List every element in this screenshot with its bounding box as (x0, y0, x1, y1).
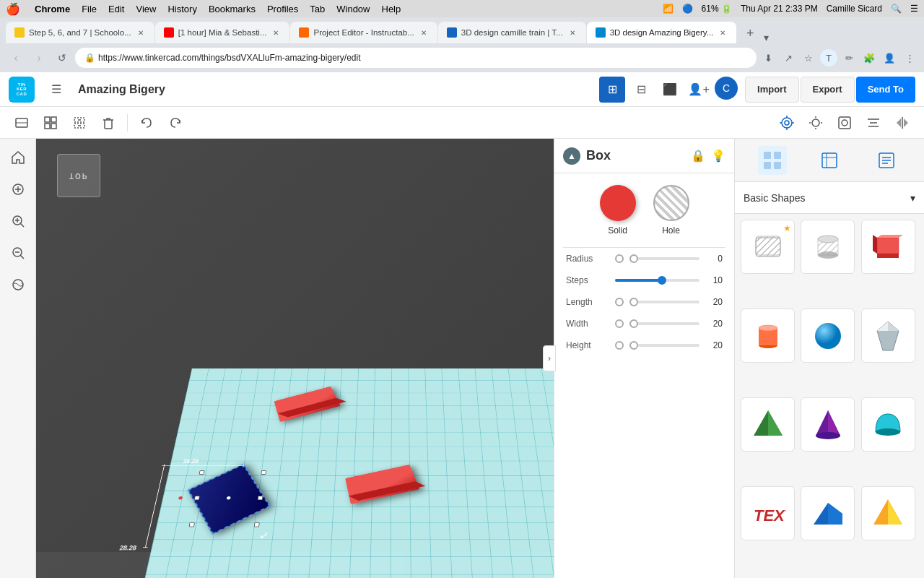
mirror-button[interactable] (889, 110, 915, 136)
send-to-button[interactable]: Send To (856, 77, 915, 103)
menu-control-icon[interactable]: ☰ (910, 4, 918, 14)
tinkercad-ext-icon[interactable]: T (820, 49, 837, 66)
width-slider-thumb[interactable] (629, 319, 638, 328)
height-slider-thumb[interactable] (629, 341, 638, 350)
tab-bigery[interactable]: 3D design Amazing Bigery... ✕ (587, 22, 737, 43)
address-url[interactable]: https://www.tinkercad.com/things/bsdVXAL… (98, 53, 361, 63)
handle-mr[interactable] (258, 496, 263, 500)
shape-item-orange-cylinder[interactable] (741, 309, 795, 363)
light-button[interactable] (803, 110, 829, 136)
nav-forward-button[interactable]: › (29, 48, 49, 68)
bookmark-icon[interactable]: ☆ (800, 49, 817, 66)
lock-icon[interactable]: 🔒 (691, 149, 705, 163)
solid-option[interactable]: Solid (600, 185, 636, 236)
shape-item-cylinder[interactable] (801, 220, 855, 274)
menu-search-icon[interactable]: 🔍 (891, 4, 902, 14)
apple-menu[interactable]: 🍎 (6, 2, 20, 16)
puzzle-icon[interactable]: 🧩 (860, 49, 878, 66)
tab-close-project[interactable]: ✕ (419, 27, 429, 38)
menu-chrome[interactable]: Chrome (35, 4, 70, 14)
notes-panel-icon[interactable] (872, 146, 901, 175)
shape-button[interactable] (832, 110, 858, 136)
handle-tl[interactable] (199, 470, 205, 475)
share-icon[interactable]: ↗ (780, 49, 797, 66)
list-view-button[interactable]: ⊟ (628, 77, 654, 103)
height-toggle[interactable] (615, 341, 624, 350)
align-button[interactable] (860, 110, 886, 136)
menu-tab[interactable]: Tab (310, 4, 325, 14)
shape-item-crystal[interactable] (861, 309, 915, 363)
profile-icon[interactable]: 👤 (881, 49, 898, 66)
length-slider-thumb[interactable] (629, 298, 638, 306)
selected-box[interactable]: ↩ (193, 473, 263, 525)
tab-close-bigery[interactable]: ✕ (718, 27, 728, 38)
length-toggle[interactable] (615, 298, 624, 306)
group-button[interactable] (38, 110, 64, 136)
nav-reload-button[interactable]: ↺ (52, 48, 72, 68)
zoom-out-button[interactable] (5, 240, 31, 266)
menu-view[interactable]: View (136, 4, 156, 14)
rulers-panel-icon[interactable] (815, 146, 844, 175)
shape-item-red-box[interactable] (861, 220, 915, 274)
tab-close-mia[interactable]: ✕ (271, 27, 281, 38)
handle-br[interactable] (254, 522, 260, 527)
width-toggle[interactable] (615, 319, 624, 328)
shape-item-cone-purple[interactable] (801, 397, 855, 452)
red-box-1[interactable] (275, 393, 338, 415)
shape-item-pyramid-yellow[interactable] (861, 486, 915, 540)
edit-icon[interactable]: ✏ (840, 49, 858, 66)
new-workplane-button[interactable] (9, 110, 35, 136)
shape-item-rounded-box[interactable]: ★ (741, 220, 795, 274)
radius-slider-thumb[interactable] (629, 254, 638, 263)
tab-dropdown-icon[interactable]: ▾ (764, 32, 769, 43)
new-tab-button[interactable]: + (740, 23, 760, 43)
user-avatar[interactable]: C (715, 77, 738, 100)
menu-bookmarks[interactable]: Bookmarks (209, 4, 256, 14)
tab-close-step567[interactable]: ✕ (136, 27, 146, 38)
ungroup-button[interactable] (66, 110, 92, 136)
shape-item-dome[interactable] (861, 397, 915, 452)
menu-help[interactable]: Help (382, 4, 401, 14)
handle-bl[interactable] (189, 522, 195, 527)
handle-ml[interactable] (194, 496, 200, 500)
export-button[interactable]: Export (801, 77, 855, 103)
orbit-button[interactable] (5, 272, 31, 298)
home-button[interactable] (5, 144, 31, 171)
shapes-panel-icon[interactable] (758, 146, 787, 175)
canvas-area[interactable]: TOP (36, 139, 734, 578)
fit-all-button[interactable] (5, 176, 31, 202)
panel-collapse-button[interactable]: › (543, 345, 556, 371)
menu-edit[interactable]: Edit (108, 4, 124, 14)
length-slider[interactable] (629, 301, 699, 303)
download-icon[interactable]: ⬇ (759, 49, 777, 66)
tab-3dtrain[interactable]: 3D design camille train | T... ✕ (438, 22, 586, 43)
layers-button[interactable]: ⬛ (657, 77, 683, 103)
shape-item-pyramid-green[interactable] (741, 397, 795, 452)
zoom-in-button[interactable] (5, 208, 31, 234)
redo-button[interactable] (162, 110, 188, 136)
menu-history[interactable]: History (167, 4, 196, 14)
radius-toggle[interactable] (615, 254, 624, 263)
delete-button[interactable] (95, 110, 121, 136)
props-collapse-indicator[interactable]: ▲ (563, 147, 580, 165)
shape-library-select[interactable]: Basic Shapes ▾ (744, 192, 915, 204)
view-cube[interactable]: TOP (53, 150, 104, 201)
handle-tr[interactable] (261, 470, 266, 475)
menu-dots-icon[interactable]: ⋮ (901, 49, 918, 66)
import-button[interactable]: Import (745, 77, 798, 103)
nav-back-button[interactable]: ‹ (6, 48, 26, 68)
grid-view-button[interactable]: ⊞ (599, 77, 625, 103)
menu-profiles[interactable]: Profiles (267, 4, 298, 14)
radius-slider[interactable] (629, 257, 699, 260)
menu-window[interactable]: Window (336, 4, 370, 14)
bulb-icon[interactable]: 💡 (711, 149, 725, 163)
height-slider[interactable] (629, 344, 699, 347)
tab-close-3dtrain[interactable]: ✕ (567, 27, 578, 38)
tab-project[interactable]: Project Editor - Instructab... ✕ (290, 22, 437, 43)
shape-item-text[interactable]: TEXT (741, 486, 795, 540)
tab-step567[interactable]: Step 5, 6, and 7 | Schoolo... ✕ (6, 22, 154, 43)
tab-mia[interactable]: [1 hour] Mia & Sebasti... ✕ (155, 22, 290, 43)
shape-item-sphere[interactable] (801, 309, 855, 363)
hole-option[interactable]: Hole (653, 185, 689, 236)
undo-button[interactable] (134, 110, 160, 136)
